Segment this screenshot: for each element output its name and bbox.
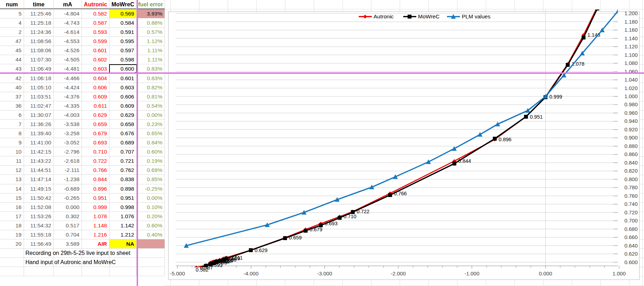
y-tick-label: 1.080 bbox=[624, 60, 638, 66]
y-tick-label: 1.120 bbox=[624, 43, 638, 49]
y-tick-label: 0.680 bbox=[624, 226, 638, 232]
x-tick-label: -5.000 bbox=[170, 270, 185, 276]
y-tick-label: 1.140 bbox=[624, 35, 638, 41]
y-tick-label: 0.800 bbox=[624, 176, 638, 182]
y-tick-label: 0.720 bbox=[624, 209, 638, 215]
spreadsheet-window: 1.2001.1801.1601.1401.1201.1001.0801.060… bbox=[0, 0, 644, 286]
y-tick-label: 0.860 bbox=[624, 151, 638, 157]
y-tick-label: 0.700 bbox=[624, 218, 638, 224]
x-tick-label: -3.000 bbox=[317, 270, 332, 276]
y-tick-label: 0.780 bbox=[624, 184, 638, 190]
legend-label: Autronic bbox=[374, 13, 394, 19]
y-tick-label: 1.040 bbox=[624, 77, 638, 83]
y-tick-label: 0.880 bbox=[624, 143, 638, 149]
point-label: 0.951 bbox=[530, 114, 543, 120]
y-tick-label: 0.920 bbox=[624, 126, 638, 132]
point-label: 1.216 bbox=[601, 4, 614, 10]
legend-label: MoWreC bbox=[418, 13, 440, 19]
y-tick-label: 0.640 bbox=[624, 243, 638, 249]
x-tick-label: 0.000 bbox=[539, 270, 552, 276]
y-tick-label: 1.100 bbox=[624, 52, 638, 58]
y-tick-label: 1.180 bbox=[624, 19, 638, 25]
y-tick-label: 0.940 bbox=[624, 118, 638, 124]
y-tick-label: 0.840 bbox=[624, 160, 638, 166]
y-tick-label: 0.660 bbox=[624, 234, 638, 240]
y-tick-label: 0.900 bbox=[624, 135, 638, 141]
point-label: 0.896 bbox=[499, 137, 511, 142]
chart[interactable]: 1.2001.1801.1601.1401.1201.1001.0801.060… bbox=[0, 0, 644, 286]
chart-frame bbox=[168, 12, 639, 280]
point-label: 0.844 bbox=[458, 158, 471, 164]
y-tick-label: 0.620 bbox=[624, 251, 638, 257]
chart-legend[interactable]: AutronicMoWreCPLM values bbox=[359, 13, 490, 19]
y-tick-label: 1.000 bbox=[624, 93, 638, 99]
y-tick-label: 0.960 bbox=[624, 110, 638, 116]
x-tick-label: -4.000 bbox=[244, 270, 259, 276]
point-label: 0.766 bbox=[394, 191, 407, 196]
y-tick-label: 0.600 bbox=[624, 259, 638, 265]
y-tick-label: 0.820 bbox=[624, 168, 638, 174]
y-tick-label: 1.160 bbox=[624, 27, 638, 33]
horizontal-split-bar[interactable] bbox=[0, 72, 644, 74]
y-tick-label: 0.980 bbox=[624, 101, 638, 107]
y-tick-label: 0.760 bbox=[624, 193, 638, 199]
y-tick-label: 1.200 bbox=[624, 10, 638, 16]
vertical-split-bar[interactable] bbox=[137, 0, 138, 286]
x-tick-label: -2.000 bbox=[391, 270, 406, 276]
x-tick-label: 1.000 bbox=[613, 270, 626, 276]
point-label: 0.999 bbox=[549, 94, 562, 100]
x-tick-label: -1.000 bbox=[464, 270, 479, 276]
legend-label: PLM values bbox=[462, 13, 490, 19]
y-tick-label: 0.740 bbox=[624, 201, 638, 207]
y-tick-label: 1.020 bbox=[624, 85, 638, 91]
